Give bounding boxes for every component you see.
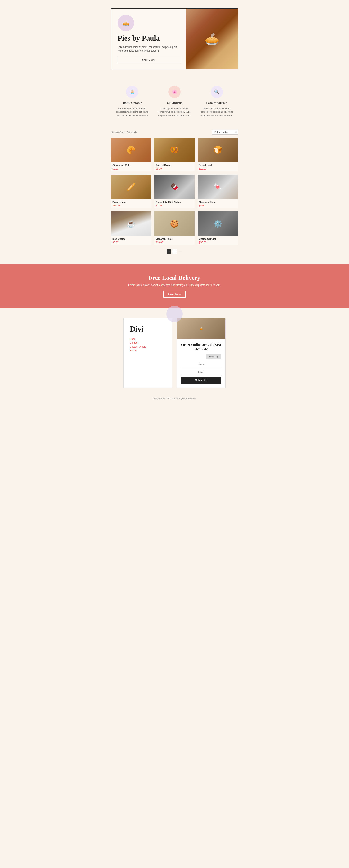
product-macaron-pack[interactable]: 🍪 Macaron Pack $18.00 <box>154 211 195 245</box>
showing-results-text: Showing 1–9 of 16 results <box>111 131 137 133</box>
iced-coffee-image: ☕ <box>111 211 151 236</box>
local-icon: 🔍 <box>211 86 223 98</box>
macaron-plate-price: $8.00 <box>199 204 237 207</box>
cinnamon-roll-price: $9.00 <box>112 167 150 170</box>
chocolate-mini-cakes-image: 🍫 <box>154 175 195 199</box>
name-input[interactable] <box>181 362 221 367</box>
bread-loaf-name: Bread Loaf <box>199 164 237 167</box>
hero-image: 🥧 <box>186 9 238 69</box>
organic-title: 100% Organic <box>115 101 149 105</box>
footer-logo: Divi <box>130 324 166 334</box>
product-chocolate-mini-cakes[interactable]: 🍫 Chocolate Mini Cakes $7.00 <box>154 175 195 208</box>
breadsticks-info: Breadsticks $19.00 <box>111 199 151 208</box>
product-grid: 🥐 Cinnamon Roll $9.00 🥨 Pretzel Bread $8… <box>111 137 238 245</box>
footer-order-card: 🥧 Order Online or Call (345) 569-3232 Pi… <box>177 318 225 388</box>
macaron-plate-info: Macaron Plate $8.00 <box>198 199 238 208</box>
coffee-grinder-name: Coffee Grinder <box>199 238 237 241</box>
shop-online-button[interactable]: Shop Online <box>118 57 180 63</box>
iced-coffee-info: Iced Coffee $5.00 <box>111 236 151 245</box>
macaron-pack-info: Macaron Pack $18.00 <box>154 236 195 245</box>
cinnamon-roll-name: Cinnamon Roll <box>112 164 150 167</box>
product-macaron-plate[interactable]: 🍬 Macaron Plate $8.00 <box>198 175 238 208</box>
footer-nav-custom-orders[interactable]: Custom Orders <box>130 345 166 348</box>
feature-local: 🔍 Locally Sourced Lorem ipsum dolor sit … <box>196 84 238 120</box>
chocolate-mini-cakes-name: Chocolate Mini Cakes <box>156 201 194 204</box>
bread-loaf-price: $12.00 <box>199 167 237 170</box>
page-2-button[interactable]: 2 <box>172 249 177 254</box>
chocolate-mini-cakes-info: Chocolate Mini Cakes $7.00 <box>154 199 195 208</box>
hero-pie-image: 🥧 <box>186 9 238 69</box>
pretzel-bread-price: $8.00 <box>156 167 194 170</box>
hero-content: 🥧 Pies by Paula Lorem ipsum dolor sit am… <box>111 9 186 69</box>
gf-icon: 🌸 <box>168 86 181 98</box>
footer-order-image: 🥧 <box>177 318 225 339</box>
coffee-grinder-price: $35.00 <box>199 241 237 244</box>
product-breadsticks[interactable]: 🥖 Breadsticks $19.00 <box>111 175 151 208</box>
bread-loaf-info: Bread Loaf $12.00 <box>198 162 238 172</box>
organic-desc: Lorem ipsum dolor sit amet, consectetur … <box>115 107 149 118</box>
gf-desc: Lorem ipsum dolor sit amet, consectetur … <box>158 107 192 118</box>
learn-more-button[interactable]: Learn More <box>164 291 185 298</box>
coffee-grinder-image: ⚙️ <box>198 211 238 236</box>
product-coffee-grinder[interactable]: ⚙️ Coffee Grinder $35.00 <box>198 211 238 245</box>
delivery-desc: Lorem ipsum dolor sit amet, consectetur … <box>4 284 345 286</box>
hero-title: Pies by Paula <box>118 34 180 42</box>
pretzel-bread-info: Pretzel Bread $8.00 <box>154 162 195 172</box>
feature-gf: 🌸 GF Options Lorem ipsum dolor sit amet,… <box>153 84 196 120</box>
footer-section: Divi Shop Contact Custom Orders Events 🥧… <box>0 310 349 407</box>
pretzel-bread-image: 🥨 <box>154 137 195 162</box>
footer-flower-decoration <box>166 306 183 322</box>
macaron-pack-name: Macaron Pack <box>156 238 194 241</box>
bread-loaf-image: 🍞 <box>198 137 238 162</box>
pretzel-bread-name: Pretzel Bread <box>156 164 194 167</box>
gf-title: GF Options <box>158 101 192 105</box>
email-input[interactable] <box>181 369 221 375</box>
hero-container: 🥧 Pies by Paula Lorem ipsum dolor sit am… <box>111 8 238 69</box>
hero-pie-icon: 🥧 <box>118 15 134 31</box>
subscribe-button[interactable]: Subscribe <box>181 377 221 383</box>
hero-section: 🥧 Pies by Paula Lorem ipsum dolor sit am… <box>0 0 349 73</box>
page-1-button[interactable]: 1 <box>167 249 171 254</box>
chocolate-mini-cakes-price: $7.00 <box>156 204 194 207</box>
footer-nav-contact[interactable]: Contact <box>130 341 166 344</box>
shop-header: Showing 1–9 of 16 results Default sortin… <box>111 130 238 134</box>
sort-dropdown[interactable]: Default sorting Price: Low to High Price… <box>212 130 238 134</box>
order-title: Order Online or Call (345) 569-3232 <box>181 343 221 351</box>
features-container: 🧁 100% Organic Lorem ipsum dolor sit ame… <box>111 84 238 120</box>
coffee-grinder-info: Coffee Grinder $35.00 <box>198 236 238 245</box>
footer-nav-events[interactable]: Events <box>130 349 166 352</box>
pagination: 1 2 → <box>167 249 182 254</box>
footer-order-content: Order Online or Call (345) 569-3232 Pie … <box>177 339 225 388</box>
product-pretzel-bread[interactable]: 🥨 Pretzel Bread $8.00 <box>154 137 195 172</box>
macaron-pack-image: 🍪 <box>154 211 195 236</box>
delivery-banner: Free Local Delivery Lorem ipsum dolor si… <box>0 264 349 308</box>
product-bread-loaf[interactable]: 🍞 Bread Loaf $12.00 <box>198 137 238 172</box>
footer-inner: Divi Shop Contact Custom Orders Events 🥧… <box>4 318 345 388</box>
next-page-button[interactable]: → <box>178 249 182 254</box>
footer-navigation: Shop Contact Custom Orders Events <box>130 338 166 352</box>
breadsticks-image: 🥖 <box>111 175 151 199</box>
breadsticks-price: $19.00 <box>112 204 150 207</box>
macaron-pack-price: $18.00 <box>156 241 194 244</box>
product-iced-coffee[interactable]: ☕ Iced Coffee $5.00 <box>111 211 151 245</box>
footer-nav-shop[interactable]: Shop <box>130 338 166 340</box>
hero-subtitle: Lorem ipsum dolor sit amet, consectetur … <box>118 45 180 53</box>
feature-organic: 🧁 100% Organic Lorem ipsum dolor sit ame… <box>111 84 153 120</box>
cinnamon-roll-info: Cinnamon Roll $9.00 <box>111 162 151 172</box>
local-desc: Lorem ipsum dolor sit amet, consectetur … <box>200 107 234 118</box>
footer-brand-card: Divi Shop Contact Custom Orders Events <box>124 318 172 388</box>
macaron-plate-image: 🍬 <box>198 175 238 199</box>
shop-section: Showing 1–9 of 16 results Default sortin… <box>0 126 349 262</box>
pie-shop-button[interactable]: Pie Shop <box>206 354 221 359</box>
local-title: Locally Sourced <box>200 101 234 105</box>
features-section: 🧁 100% Organic Lorem ipsum dolor sit ame… <box>0 73 349 126</box>
product-cinnamon-roll[interactable]: 🥐 Cinnamon Roll $9.00 <box>111 137 151 172</box>
iced-coffee-price: $5.00 <box>112 241 150 244</box>
delivery-title: Free Local Delivery <box>4 274 345 281</box>
organic-icon: 🧁 <box>126 86 138 98</box>
cinnamon-roll-image: 🥐 <box>111 137 151 162</box>
copyright-text: Copyright © 2023 Divi. All Rights Reserv… <box>4 394 345 401</box>
iced-coffee-name: Iced Coffee <box>112 238 150 241</box>
macaron-plate-name: Macaron Plate <box>199 201 237 204</box>
breadsticks-name: Breadsticks <box>112 201 150 204</box>
